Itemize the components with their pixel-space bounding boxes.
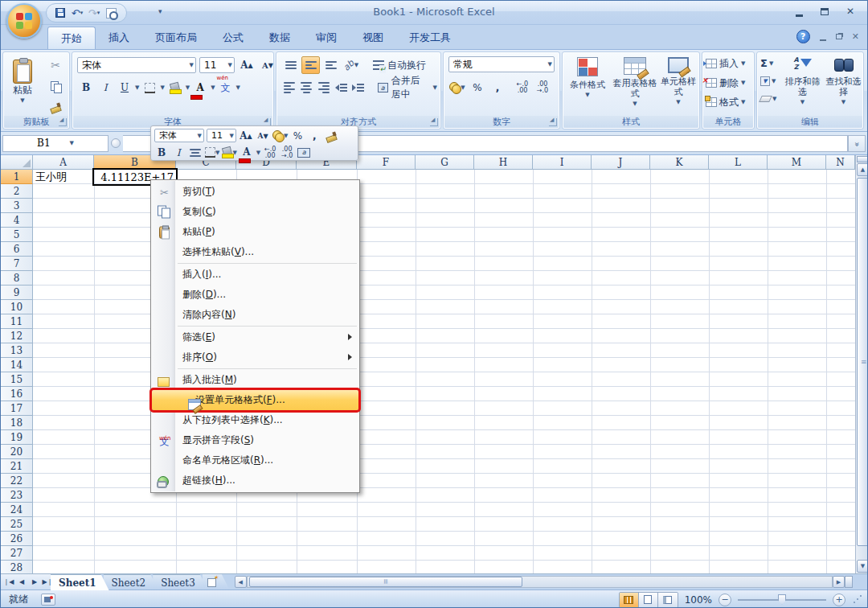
menu-item-插入批注m[interactable]: 插入批注(M)	[152, 370, 358, 390]
row-header-16[interactable]: 16	[1, 387, 33, 401]
zoom-out-button[interactable]: −	[719, 594, 731, 606]
mini-merge-center-button[interactable]: a	[297, 146, 311, 160]
row-header-24[interactable]: 24	[1, 503, 33, 517]
menu-item-选择性粘贴v-[interactable]: 选择性粘贴(V)...	[152, 242, 358, 262]
row-header-21[interactable]: 21	[1, 459, 33, 474]
row-header-15[interactable]: 15	[1, 372, 33, 387]
cut-button[interactable]: ✂	[46, 57, 65, 73]
vertical-scroll-thumb[interactable]	[857, 178, 868, 546]
shrink-font-button[interactable]: A▼	[259, 56, 276, 74]
clear-button[interactable]: ▼	[760, 91, 776, 106]
font-size-combo[interactable]: 11▼	[199, 57, 235, 73]
align-left-button[interactable]	[281, 79, 297, 97]
increase-decimal-button[interactable]: ←.0.00	[514, 79, 531, 97]
formula-bar-expand-button[interactable]: »	[848, 135, 866, 152]
merge-center-button[interactable]: a合并后居中▼	[375, 79, 441, 97]
font-name-combo[interactable]: 宋体▼	[77, 57, 196, 73]
mini-italic-button[interactable]: I	[171, 146, 186, 160]
column-header-a[interactable]: A	[33, 155, 94, 170]
ribbon-tab-数据[interactable]: 数据	[256, 27, 303, 49]
ribbon-tab-插入[interactable]: 插入	[96, 27, 142, 49]
name-box[interactable]: B1▼	[2, 135, 108, 152]
row-header-3[interactable]: 3	[1, 199, 33, 213]
zoom-slider-thumb[interactable]	[778, 594, 786, 605]
percent-style-button[interactable]: %	[469, 79, 486, 97]
decrease-decimal-button[interactable]: .00→.0	[534, 79, 551, 97]
insert-worksheet-button[interactable]	[203, 574, 230, 590]
mini-percent-button[interactable]: %	[290, 129, 305, 143]
normal-view-button[interactable]	[620, 593, 639, 607]
sheet-tab-sheet1[interactable]: Sheet1	[51, 574, 109, 590]
underline-button[interactable]: U	[116, 79, 133, 97]
paste-button[interactable]: 粘贴 ▼	[6, 55, 39, 115]
column-header-k[interactable]: K	[650, 155, 709, 170]
wrap-text-button[interactable]: 自动换行	[370, 56, 429, 74]
menu-item-设置单元格格式f-[interactable]: 设置单元格格式(F)...	[152, 390, 358, 410]
row-header-14[interactable]: 14	[1, 358, 33, 372]
scroll-right-button[interactable]: ▶	[833, 576, 845, 588]
scroll-down-button[interactable]: ▼	[857, 560, 868, 573]
workbook-restore-button[interactable]	[836, 34, 842, 39]
ribbon-tab-开发工具[interactable]: 开发工具	[396, 27, 464, 49]
row-header-25[interactable]: 25	[1, 517, 33, 532]
first-sheet-button[interactable]: ❘◀	[2, 576, 15, 589]
mini-increase-decimal-button[interactable]: ←.0.00	[263, 146, 277, 160]
row-header-8[interactable]: 8	[1, 271, 33, 286]
column-header-n[interactable]: N	[826, 155, 855, 170]
row-header-10[interactable]: 10	[1, 300, 33, 314]
page-break-view-button[interactable]	[658, 593, 678, 607]
insert-function-button[interactable]	[108, 135, 123, 152]
insert-cells-button[interactable]: 插入▼	[706, 55, 745, 72]
sheet-tab-sheet2[interactable]: Sheet2	[104, 574, 159, 590]
mini-align-center-button[interactable]	[188, 146, 203, 160]
zoom-slider[interactable]	[738, 599, 826, 601]
increase-indent-button[interactable]	[350, 79, 366, 97]
fill-color-button[interactable]	[166, 79, 184, 97]
format-cells-button[interactable]: 格式▼	[706, 94, 745, 110]
phonetic-button[interactable]: 文	[217, 79, 235, 97]
row-header-4[interactable]: 4	[1, 213, 33, 228]
ribbon-tab-公式[interactable]: 公式	[210, 27, 256, 49]
menu-item-排序o[interactable]: 排序(O)	[152, 347, 358, 368]
row-header-27[interactable]: 27	[1, 546, 33, 561]
row-header-7[interactable]: 7	[1, 257, 33, 271]
row-header-20[interactable]: 20	[1, 445, 33, 459]
page-layout-view-button[interactable]	[639, 593, 658, 607]
mini-borders-button[interactable]: ▼	[205, 146, 219, 160]
align-center-button[interactable]	[299, 79, 315, 97]
ribbon-tab-页面布局[interactable]: 页面布局	[142, 27, 210, 49]
zoom-level[interactable]: 100%	[685, 594, 712, 606]
autosum-button[interactable]: Σ▼	[760, 55, 776, 71]
sort-filter-button[interactable]: 排序和筛选▼	[783, 55, 822, 116]
menu-item-清除内容n[interactable]: 清除内容(N)	[152, 305, 358, 325]
close-button[interactable]: ✕	[843, 6, 858, 17]
resize-grip[interactable]	[852, 594, 862, 605]
sheet-tab-sheet3[interactable]: Sheet3	[153, 574, 208, 590]
workbook-close-button[interactable]: ✕	[852, 31, 859, 42]
mini-bold-button[interactable]: B	[154, 146, 169, 160]
menu-item-插入i-[interactable]: 插入(I)...	[152, 265, 358, 285]
previous-sheet-button[interactable]: ◀	[15, 576, 28, 589]
number-format-combo[interactable]: 常规▼	[448, 56, 555, 72]
mini-font-color-button[interactable]: A	[240, 146, 254, 160]
ribbon-tab-视图[interactable]: 视图	[350, 27, 396, 49]
format-as-table-button[interactable]: 套用表格格式▼	[612, 55, 657, 117]
row-header-12[interactable]: 12	[1, 329, 33, 343]
mini-font-name-combo[interactable]: 宋体▼	[154, 129, 204, 142]
menu-item-筛选e[interactable]: 筛选(E)	[152, 327, 358, 347]
accounting-format-button[interactable]: ▼	[448, 79, 466, 97]
row-header-1[interactable]: 1	[1, 170, 33, 184]
row-header-19[interactable]: 19	[1, 430, 33, 445]
fill-button[interactable]: ▼▼	[760, 73, 776, 88]
row-header-5[interactable]: 5	[1, 228, 33, 242]
mini-font-size-combo[interactable]: 11▼	[207, 129, 236, 142]
menu-item-超链接h-[interactable]: 超链接(H)...	[152, 470, 358, 491]
vertical-split-handle[interactable]	[857, 156, 868, 162]
copy-button[interactable]	[46, 78, 65, 94]
fill-color-dropdown[interactable]: ▼	[186, 84, 190, 91]
row-header-6[interactable]: 6	[1, 242, 33, 257]
decrease-indent-button[interactable]	[334, 79, 350, 97]
mini-decrease-decimal-button[interactable]: .00→.0	[280, 146, 294, 160]
row-header-13[interactable]: 13	[1, 343, 33, 358]
font-color-button[interactable]: A	[191, 79, 209, 97]
